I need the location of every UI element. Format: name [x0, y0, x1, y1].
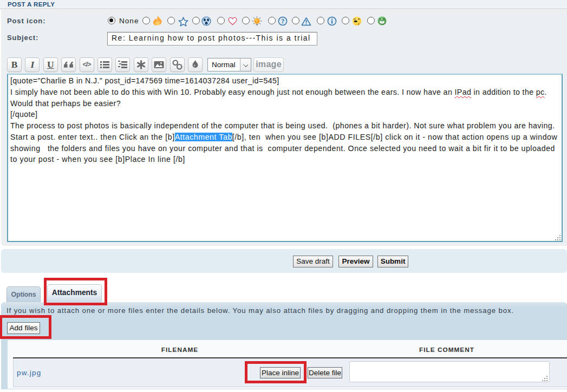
svg-text:?: ? — [281, 18, 284, 24]
